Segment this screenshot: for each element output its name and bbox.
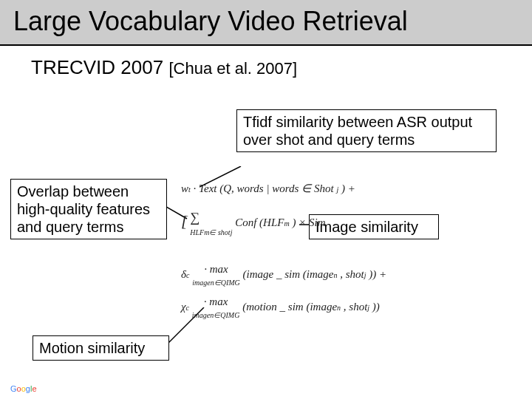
title-bar: Large Vocabulary Video Retrieval xyxy=(0,0,532,46)
formula-line-3: δc · max imagen∈QIMG (image _ sim (image… xyxy=(181,263,499,288)
annotation-overlap: Overlap between high-quality features an… xyxy=(10,179,167,239)
subtitle-main: TRECVID 2007 xyxy=(31,56,168,78)
subtitle-row: TRECVID 2007 [Chua et al. 2007] xyxy=(0,46,532,79)
annotation-motion-similarity: Motion similarity xyxy=(33,335,169,361)
annotation-tfidf: Tfidf similarity between ASR output over… xyxy=(236,109,497,152)
slide-title: Large Vocabulary Video Retrieval xyxy=(13,6,519,37)
formula-line-1: wt · Text (Q, words | words ∈ Shot j ) + xyxy=(181,182,499,195)
subtitle-citation: [Chua et al. 2007] xyxy=(168,59,297,78)
formula-line-2: [ ∑ HLFm∈ shotj Conf (HLFm ) × Sim xyxy=(181,210,499,238)
formula-line-4: χc · max imagen∈QIMG (motion _ sim (imag… xyxy=(181,296,499,321)
footer-logo: Google xyxy=(10,384,37,393)
